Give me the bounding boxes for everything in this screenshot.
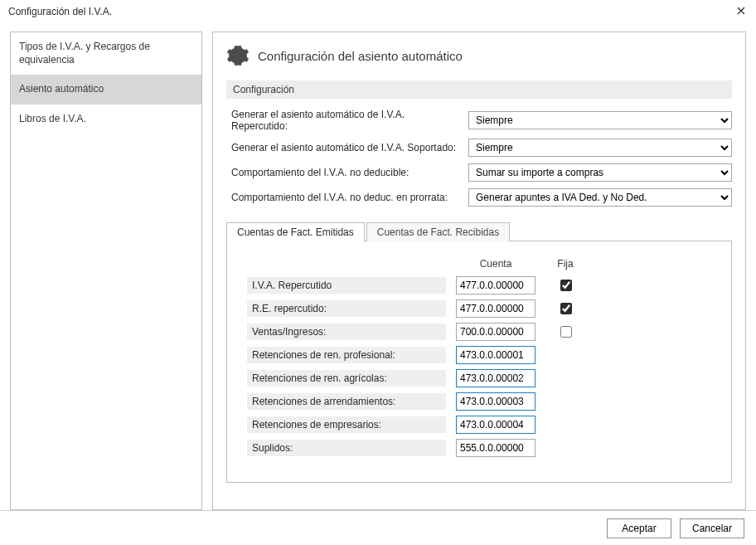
close-icon — [737, 6, 745, 17]
close-button[interactable] — [733, 3, 749, 20]
select-iva-soportado[interactable]: Siempre — [468, 139, 732, 157]
form-row-prorrata: Comportamiento del I.V.A. no deduc. en p… — [231, 188, 732, 207]
sidebar-item-asiento-automatico[interactable]: Asiento automático — [11, 75, 201, 105]
select-no-deducible[interactable]: Sumar su importe a compras — [468, 163, 732, 182]
sidebar-item-label: Libros de I.V.A. — [19, 113, 86, 124]
row-label: Retenciones de arrendamientos: — [247, 393, 446, 410]
cuenta-cell — [456, 276, 536, 294]
cuenta-cell — [456, 369, 536, 387]
sidebar-item-label: Tipos de I.V.A. y Recargos de equivalenc… — [19, 41, 150, 66]
accounts-tabs: Cuentas de Fact. Emitidas Cuentas de Fac… — [226, 221, 732, 483]
form-label: Generar el asiento automático de I.V.A. … — [231, 142, 462, 153]
page-header: Configuración del asiento automático — [226, 44, 732, 67]
sidebar-item-label: Asiento automático — [19, 83, 104, 95]
cancel-button[interactable]: Cancelar — [680, 518, 744, 538]
fija-checkbox[interactable] — [560, 280, 572, 291]
cuenta-cell — [456, 416, 536, 434]
form-row-iva-soportado: Generar el asiento automático de I.V.A. … — [231, 139, 732, 157]
select-iva-repercutido[interactable]: Siempre — [468, 111, 732, 129]
form-label: Generar el asiento automático de I.V.A. … — [231, 109, 462, 132]
cuenta-cell — [456, 299, 536, 318]
cuenta-input[interactable] — [456, 439, 536, 457]
title-bar: Configuración del I.V.A. — [0, 0, 756, 23]
col-header-cuenta: Cuenta — [456, 258, 536, 271]
tab-fact-recibidas[interactable]: Cuentas de Fact. Recibidas — [366, 222, 510, 241]
dialog-button-bar: Aceptar Cancelar — [0, 510, 756, 545]
section-title: Configuración — [226, 80, 732, 99]
cuenta-input[interactable] — [456, 323, 536, 341]
sidebar-item-libros-iva[interactable]: Libros de I.V.A. — [11, 105, 201, 134]
row-label: Suplidos: — [247, 440, 446, 456]
dialog-body: Tipos de I.V.A. y Recargos de equivalenc… — [0, 23, 756, 510]
window-title: Configuración del I.V.A. — [8, 6, 112, 17]
row-label: Retenciones de empresarios: — [247, 416, 446, 433]
cuenta-input[interactable] — [456, 276, 536, 294]
form-row-no-deducible: Comportamiento del I.V.A. no deducible: … — [231, 163, 732, 182]
page-title: Configuración del asiento automático — [258, 49, 463, 63]
form-row-iva-repercutido: Generar el asiento automático de I.V.A. … — [231, 109, 732, 132]
fija-cell — [545, 277, 585, 294]
fija-checkbox[interactable] — [560, 303, 572, 314]
fija-cell — [545, 324, 585, 340]
fija-cell — [545, 300, 585, 317]
form-label: Comportamiento del I.V.A. no deduc. en p… — [231, 192, 462, 203]
form-label: Comportamiento del I.V.A. no deducible: — [231, 167, 462, 178]
config-dialog: Configuración del I.V.A. Tipos de I.V.A.… — [0, 0, 756, 545]
accounts-grid: Cuenta Fija I.V.A. RepercutidoR.E. reper… — [247, 258, 711, 457]
row-label: Retenciones de ren. profesional: — [247, 347, 446, 363]
cuenta-input[interactable] — [456, 346, 536, 364]
col-header-fija: Fija — [545, 258, 585, 271]
row-label: Retenciones de ren. agrícolas: — [247, 370, 446, 387]
row-label: I.V.A. Repercutido — [247, 277, 446, 294]
sidebar-item-tipos-iva[interactable]: Tipos de I.V.A. y Recargos de equivalenc… — [11, 32, 201, 75]
cuenta-cell — [456, 323, 536, 341]
config-form: Generar el asiento automático de I.V.A. … — [231, 109, 732, 207]
cuenta-input[interactable] — [456, 369, 536, 387]
cuenta-input[interactable] — [456, 416, 536, 434]
select-prorrata[interactable]: Generar apuntes a IVA Ded. y No Ded. — [468, 188, 732, 207]
cuenta-cell — [456, 346, 536, 364]
row-label: Ventas/Ingresos: — [247, 324, 446, 340]
tab-strip: Cuentas de Fact. Emitidas Cuentas de Fac… — [226, 221, 732, 241]
tab-label: Cuentas de Fact. Recibidas — [377, 226, 499, 238]
tab-fact-emitidas[interactable]: Cuentas de Fact. Emitidas — [226, 222, 365, 241]
row-label: R.E. repercutido: — [247, 300, 446, 317]
cuenta-cell — [456, 392, 536, 411]
tab-panel-emitidas: Cuenta Fija I.V.A. RepercutidoR.E. reper… — [226, 241, 732, 483]
main-panel: Configuración del asiento automático Con… — [212, 32, 746, 510]
fija-checkbox[interactable] — [560, 326, 572, 338]
tab-label: Cuentas de Fact. Emitidas — [237, 226, 354, 238]
gear-icon — [226, 44, 250, 67]
cuenta-cell — [456, 439, 536, 457]
cuenta-input[interactable] — [456, 299, 536, 318]
accept-button[interactable]: Aceptar — [607, 518, 671, 538]
sidebar-nav: Tipos de I.V.A. y Recargos de equivalenc… — [10, 32, 202, 510]
cuenta-input[interactable] — [456, 392, 536, 411]
